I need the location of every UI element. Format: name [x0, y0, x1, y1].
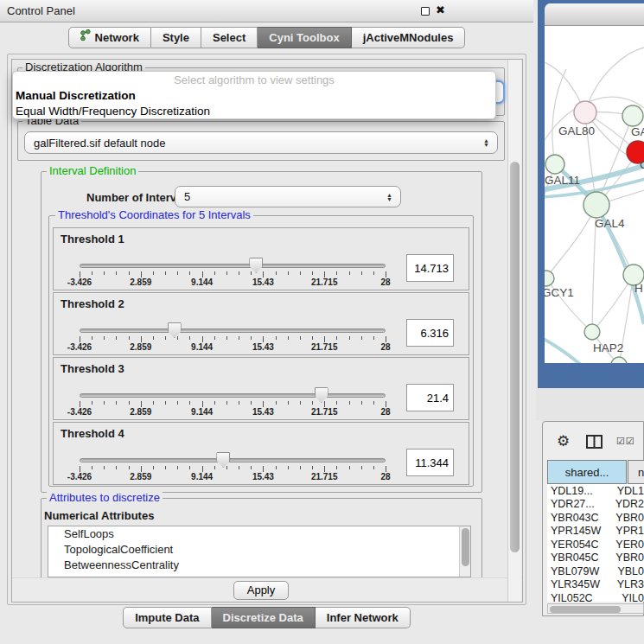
threshold-value-input[interactable]: [406, 449, 454, 476]
network-node-hap2[interactable]: [584, 324, 600, 340]
tab-network[interactable]: Network: [68, 27, 151, 48]
threshold-card: Threshold 4-3.4262.8599.14415.4321.71528: [53, 422, 469, 485]
attribute-list-item[interactable]: BetweennessCentrality: [48, 558, 470, 573]
network-edge[interactable]: [596, 116, 633, 205]
network-node-gcy1[interactable]: [545, 271, 554, 286]
cell-shared-name[interactable]: YDR27...: [547, 498, 612, 510]
network-node-gal4[interactable]: [583, 192, 609, 218]
scrollbar-thumb[interactable]: [510, 162, 520, 552]
table-row[interactable]: YBL079WYBL0: [547, 564, 644, 578]
threshold-value-input[interactable]: [406, 384, 454, 411]
close-icon[interactable]: ✖: [436, 3, 445, 16]
slider-track[interactable]: [80, 458, 386, 462]
table-row[interactable]: YIL052CYIL0: [547, 591, 644, 602]
slider-tick: [129, 466, 130, 469]
cell-shared-name[interactable]: YBR045C: [547, 552, 612, 564]
slider-tick: [324, 271, 325, 277]
select-columns-icon[interactable]: ☑☑: [616, 436, 635, 447]
cell-name[interactable]: YDL1: [614, 485, 644, 497]
attribute-list-item[interactable]: TopologicalCoefficient: [48, 542, 470, 558]
table-row[interactable]: YDR27...YDR2: [547, 498, 644, 512]
slider-thumb[interactable]: [315, 387, 328, 403]
gear-icon[interactable]: ⚙: [557, 432, 570, 450]
scrollbar-thumb[interactable]: [550, 606, 621, 613]
slider-tick: [386, 466, 386, 472]
attributes-scrollbar[interactable]: [459, 526, 471, 577]
slider-tick: [153, 466, 154, 469]
threshold-label: Threshold 1: [61, 233, 124, 245]
node-table[interactable]: YDL19...YDL1YDR27...YDR2YBR043CYBR0YPR14…: [547, 484, 644, 602]
slider-thumb[interactable]: [216, 452, 230, 468]
table-row[interactable]: YPR145WYPR1: [547, 525, 644, 539]
slider-track[interactable]: [80, 264, 386, 268]
slider-tick: [288, 401, 289, 405]
network-node[interactable]: [611, 357, 627, 363]
network-edge-highlighted[interactable]: [545, 337, 581, 363]
slider-tick-label: 9.144: [183, 277, 221, 287]
apply-button[interactable]: Apply: [233, 581, 289, 600]
algorithm-option-manual[interactable]: Manual Discretization: [13, 88, 495, 104]
cell-shared-name[interactable]: YPR145W: [547, 525, 612, 537]
node-label: HAP2: [593, 341, 623, 354]
slider-track[interactable]: [80, 328, 386, 333]
cell-name[interactable]: YBR0: [612, 552, 644, 564]
scrollbar-thumb[interactable]: [462, 528, 469, 566]
slider-tick: [226, 466, 227, 469]
tab-style[interactable]: Style: [151, 27, 201, 48]
tab-cyni-toolbox[interactable]: Cyni Toolbox: [258, 27, 351, 48]
cell-name[interactable]: YDR2: [612, 498, 644, 510]
tab-jactivemnodules[interactable]: jActiveMNodules: [352, 27, 466, 48]
table-row[interactable]: YLR345WYLR3: [547, 578, 644, 592]
slider-tick: [312, 401, 313, 405]
cell-name[interactable]: YLR3: [614, 578, 644, 590]
number-of-intervals-combobox[interactable]: 5 ▲▼: [175, 186, 401, 207]
threshold-value-input[interactable]: [406, 254, 454, 282]
cell-name[interactable]: YBR0: [612, 512, 644, 524]
cell-shared-name[interactable]: YIL052C: [547, 592, 618, 602]
network-node-gal11[interactable]: [545, 155, 564, 174]
slider-tick: [165, 466, 166, 469]
slider-tick: [251, 271, 252, 275]
slider-tick: [92, 271, 92, 275]
table-horizontal-scrollbar[interactable]: [547, 603, 644, 614]
table-row[interactable]: YDL19...YDL1: [547, 484, 644, 498]
algorithm-option-equal-width[interactable]: Equal Width/Frequency Discretization: [13, 104, 495, 119]
cell-name[interactable]: YBL0: [614, 565, 644, 577]
slider-track[interactable]: [80, 393, 386, 398]
slider-tick: [129, 271, 130, 275]
numerical-attributes-list[interactable]: SelfLoopsTopologicalCoefficientBetweenne…: [48, 526, 471, 577]
slider-thumb[interactable]: [168, 322, 182, 338]
column-header-name[interactable]: name: [628, 460, 644, 484]
cell-shared-name[interactable]: YBR043C: [547, 512, 612, 524]
algorithm-placeholder-option[interactable]: Select algorithm to view settings: [13, 72, 495, 88]
undock-icon[interactable]: [421, 7, 430, 16]
column-header-shared-name[interactable]: shared...: [547, 460, 627, 484]
tab-select[interactable]: Select: [201, 27, 258, 48]
cell-shared-name[interactable]: YER054C: [547, 539, 612, 551]
network-node[interactable]: [622, 105, 643, 126]
tab-impute-data[interactable]: Impute Data: [123, 607, 211, 628]
slider-tick: [177, 271, 178, 275]
network-canvas[interactable]: GAL80GAL11GAL4GCY1HAP2GACH: [545, 26, 644, 363]
table-row[interactable]: YER054CYER0: [547, 538, 644, 552]
split-columns-icon[interactable]: [586, 435, 603, 451]
node-label: GAL4: [595, 217, 625, 230]
slider-tick: [153, 336, 154, 340]
slider-tick: [104, 336, 105, 340]
attribute-list-item[interactable]: SelfLoops: [48, 526, 470, 542]
settings-scrollbar[interactable]: [507, 60, 521, 602]
table-row[interactable]: YBR045CYBR0: [547, 552, 644, 565]
tab-discretize-data[interactable]: Discretize Data: [212, 607, 316, 628]
table-data-combobox[interactable]: galFiltered.sif default node ▲▼: [24, 131, 498, 154]
slider-tick: [336, 466, 337, 469]
cell-name[interactable]: YIL0: [618, 592, 644, 602]
tab-infer-network[interactable]: Infer Network: [316, 607, 411, 628]
cell-shared-name[interactable]: YDL19...: [547, 485, 614, 497]
network-node-gal80[interactable]: [574, 101, 596, 124]
cell-shared-name[interactable]: YLR345W: [547, 578, 614, 590]
cell-name[interactable]: YPR1: [612, 525, 644, 537]
cell-shared-name[interactable]: YBL079W: [547, 565, 614, 577]
threshold-value-input[interactable]: [406, 319, 454, 347]
table-row[interactable]: YBR043CYBR0: [547, 511, 644, 525]
cell-name[interactable]: YER0: [612, 539, 644, 551]
